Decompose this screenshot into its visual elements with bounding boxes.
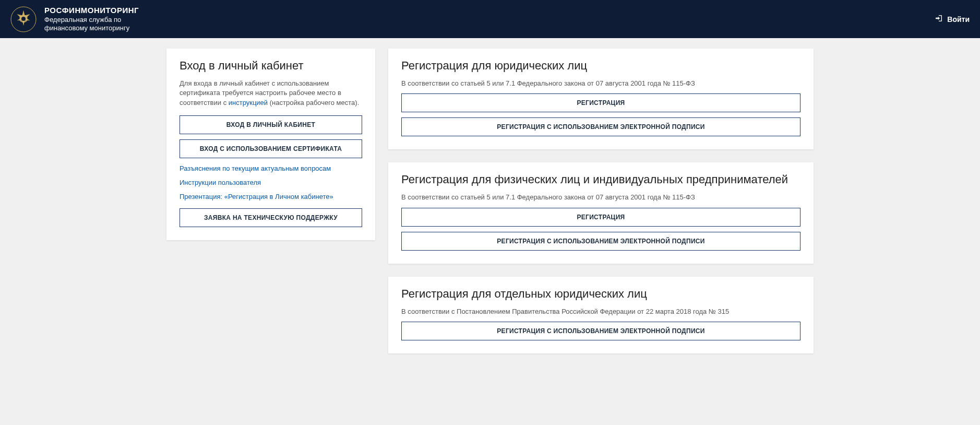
register-legal-signature-button[interactable]: РЕГИСТРАЦИЯ С ИСПОЛЬЗОВАНИЕМ ЭЛЕКТРОННОЙ… <box>401 117 800 136</box>
register-individual-signature-button[interactable]: РЕГИСТРАЦИЯ С ИСПОЛЬЗОВАНИЕМ ЭЛЕКТРОННОЙ… <box>401 232 800 251</box>
login-certificate-button[interactable]: ВХОД С ИСПОЛЬЗОВАНИЕМ СЕРТИФИКАТА <box>180 139 362 158</box>
register-legal-title: Регистрация для юридических лиц <box>401 59 800 73</box>
manual-link[interactable]: Инструкции пользователя <box>180 179 362 186</box>
login-card: Вход в личный кабинет Для входа в личный… <box>166 49 375 240</box>
header-left: РОСФИНМОНИТОРИНГ Федеральная служба по ф… <box>10 5 139 33</box>
register-individual-card: Регистрация для физических лиц и индивид… <box>388 162 814 263</box>
register-individual-title: Регистрация для физических лиц и индивид… <box>401 173 800 186</box>
site-subtitle-line2: финансовому мониторингу <box>44 24 139 33</box>
right-column: Регистрация для юридических лиц В соотве… <box>388 49 814 353</box>
login-icon <box>935 14 943 24</box>
site-subtitle-line1: Федеральная служба по <box>44 16 139 25</box>
register-individual-description: В соответствии со статьей 5 или 7.1 Феде… <box>401 193 800 202</box>
support-button[interactable]: ЗАЯВКА НА ТЕХНИЧЕСКУЮ ПОДДЕРЖКУ <box>180 208 362 227</box>
site-title: РОСФИНМОНИТОРИНГ <box>44 5 139 16</box>
main-container: Вход в личный кабинет Для входа в личный… <box>156 38 824 364</box>
svg-point-1 <box>21 17 26 21</box>
instruction-link[interactable]: инструкцией <box>229 99 268 107</box>
login-cabinet-button[interactable]: ВХОД В ЛИЧНЫЙ КАБИНЕТ <box>180 115 362 134</box>
left-column: Вход в личный кабинет Для входа в личный… <box>166 49 375 240</box>
login-card-description: Для входа в личный кабинет с использован… <box>180 79 362 108</box>
register-special-title: Регистрация для отдельных юридических ли… <box>401 287 800 301</box>
presentation-link[interactable]: Презентация: «Регистрация в Личном кабин… <box>180 193 362 200</box>
register-legal-description: В соответствии со статьей 5 или 7.1 Феде… <box>401 79 800 88</box>
login-button-label: Войти <box>947 15 970 23</box>
site-header: РОСФИНМОНИТОРИНГ Федеральная служба по ф… <box>0 0 980 38</box>
register-legal-card: Регистрация для юридических лиц В соотве… <box>388 49 814 149</box>
register-legal-button[interactable]: РЕГИСТРАЦИЯ <box>401 93 800 112</box>
login-button[interactable]: Войти <box>935 14 970 24</box>
register-special-signature-button[interactable]: РЕГИСТРАЦИЯ С ИСПОЛЬЗОВАНИЕМ ЭЛЕКТРОННОЙ… <box>401 322 800 340</box>
register-special-card: Регистрация для отдельных юридических ли… <box>388 277 814 353</box>
register-individual-button[interactable]: РЕГИСТРАЦИЯ <box>401 208 800 227</box>
header-titles: РОСФИНМОНИТОРИНГ Федеральная служба по ф… <box>44 5 139 33</box>
faq-link[interactable]: Разъяснения по текущим актуальным вопрос… <box>180 164 362 172</box>
register-special-description: В соответствии с Постановлением Правител… <box>401 307 800 316</box>
emblem-icon <box>10 6 37 32</box>
login-card-title: Вход в личный кабинет <box>180 59 362 73</box>
